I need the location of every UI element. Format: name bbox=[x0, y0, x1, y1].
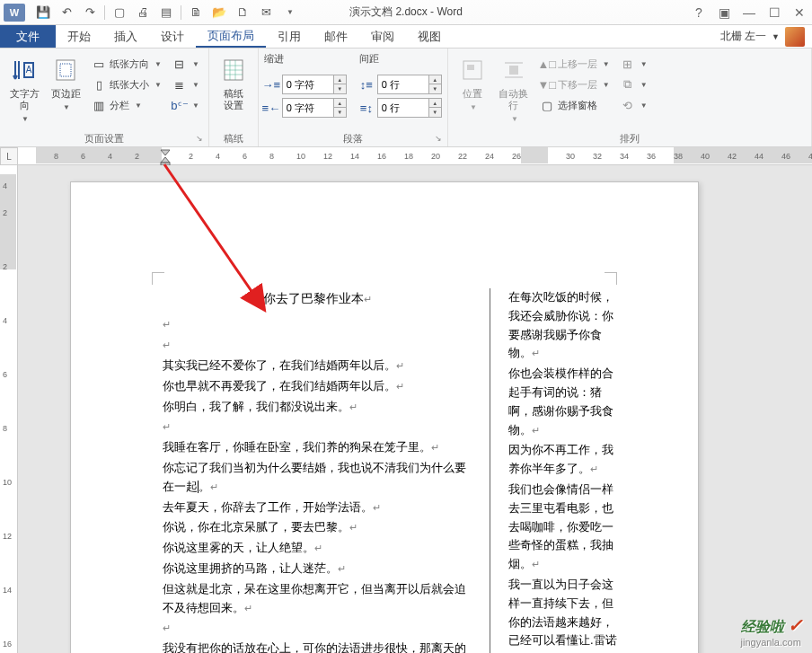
new-button[interactable]: ▢ bbox=[109, 3, 130, 22]
selection-pane-button[interactable]: ▢选择窗格 bbox=[536, 95, 613, 115]
close-button[interactable]: ✕ bbox=[787, 3, 812, 22]
bring-forward-button: ▲□上移一层▼ bbox=[536, 54, 613, 74]
title-bar: W 💾 ↶ ↷ ▢ 🖨 ▤ 🗎 📂 🗋 ✉ ▼ 演示文档 2.docx - Wo… bbox=[0, 0, 812, 25]
ruler-mark: 10 bbox=[296, 147, 305, 164]
breaks-button[interactable]: ⊟▼ bbox=[169, 54, 203, 74]
text-direction-button[interactable]: A 文字方向 ▼ bbox=[5, 52, 43, 130]
maximize-button[interactable]: ☐ bbox=[762, 3, 787, 22]
indent-left-icon: →≡ bbox=[264, 77, 278, 92]
group-icon: ⧉ bbox=[621, 77, 635, 92]
paragraph[interactable]: 你说，你在北京呆腻了，要去巴黎。↵ bbox=[163, 518, 472, 537]
page-setup-launcher[interactable]: ↘ bbox=[196, 134, 207, 145]
paragraph[interactable]: 我睡在客厅，你睡在卧室，我们养的狗呆在笼子里。↵ bbox=[163, 438, 472, 457]
document-title[interactable]: 你去了巴黎作业本↵ bbox=[163, 288, 472, 308]
document-viewport[interactable]: 你去了巴黎作业本↵↵↵其实我已经不爱你了，在我们结婚两年以后。↵你也早就不再爱我… bbox=[18, 165, 812, 653]
user-name[interactable]: 北栅 左一 bbox=[720, 29, 766, 44]
save-button[interactable]: 💾 bbox=[32, 3, 54, 22]
paragraph[interactable]: ↵ bbox=[163, 315, 472, 334]
margins-button[interactable]: 页边距 ▼ bbox=[47, 52, 84, 130]
doc-button[interactable]: 🗋 bbox=[232, 3, 253, 22]
qat-customize-button[interactable]: ▼ bbox=[278, 3, 300, 22]
open-button[interactable]: 📂 bbox=[208, 3, 230, 22]
spin-up[interactable]: ▲ bbox=[333, 75, 346, 84]
tab-insert[interactable]: 插入 bbox=[102, 25, 149, 48]
tab-file[interactable]: 文件 bbox=[0, 25, 56, 48]
page-content[interactable]: 你去了巴黎作业本↵↵↵其实我已经不爱你了，在我们结婚两年以后。↵你也早就不再爱我… bbox=[163, 288, 617, 653]
paragraph[interactable]: ↵ bbox=[163, 336, 472, 355]
print-preview-button[interactable]: 🗎 bbox=[185, 3, 207, 22]
ruler-mark: 6 bbox=[81, 147, 85, 164]
ribbon-tabs: 文件 开始 插入 设计 页面布局 引用 邮件 审阅 视图 北栅 左一 ▼ bbox=[0, 25, 812, 49]
vertical-ruler[interactable]: 42246810121416 bbox=[0, 165, 18, 653]
tab-view[interactable]: 视图 bbox=[406, 25, 453, 48]
ribbon-options-button[interactable]: ▣ bbox=[711, 3, 737, 22]
spin-up[interactable]: ▲ bbox=[333, 99, 346, 108]
paragraph[interactable]: 但这就是北京，呆在这里你想离开它，但当离开以后就会迫不及待想回来。↵ bbox=[163, 580, 472, 618]
send-backward-button: ▼□下移一层▼ bbox=[536, 75, 613, 94]
user-avatar[interactable] bbox=[785, 27, 805, 47]
tab-design[interactable]: 设计 bbox=[149, 25, 196, 48]
svg-marker-14 bbox=[161, 150, 170, 155]
left-indent-marker[interactable] bbox=[160, 156, 171, 165]
hyphenation-button[interactable]: bᶜ⁻▼ bbox=[169, 95, 203, 115]
paragraph[interactable]: 其实我已经不爱你了，在我们结婚两年以后。↵ bbox=[163, 357, 472, 375]
page-size-button[interactable]: ▯ 纸张大小 ▼ bbox=[88, 75, 165, 94]
tab-mail[interactable]: 邮件 bbox=[313, 25, 359, 48]
group-paragraph: 缩进 →≡ ▲▼ ≡← ▲▼ bbox=[259, 49, 448, 146]
tab-review[interactable]: 审阅 bbox=[359, 25, 406, 48]
svg-rect-11 bbox=[509, 66, 518, 75]
minimize-button[interactable]: — bbox=[737, 3, 762, 22]
orientation-button[interactable]: ▭ 纸张方向 ▼ bbox=[88, 54, 165, 74]
columns-button[interactable]: ▥ 分栏 ▼ bbox=[88, 95, 165, 115]
paragraph[interactable]: 你说这里雾的天，让人绝望。↵ bbox=[163, 539, 472, 558]
ruler-mark: 12 bbox=[3, 532, 12, 541]
paragraph-launcher[interactable]: ↘ bbox=[435, 134, 446, 145]
spin-down[interactable]: ▼ bbox=[333, 108, 346, 117]
paragraph[interactable]: 在每次吃饭的时候，我还会威胁你说：你要感谢我赐予你食物。↵ bbox=[508, 288, 617, 363]
spin-down[interactable]: ▼ bbox=[333, 84, 346, 93]
indent-left-input[interactable]: ▲▼ bbox=[282, 75, 347, 94]
paragraph[interactable]: 我没有把你的话放在心上，可你的法语进步很快，那离天的时候↵ bbox=[163, 640, 472, 653]
horizontal-ruler[interactable]: L 86422468101214161820222426303234363840… bbox=[0, 147, 812, 165]
line-numbers-button[interactable]: ≣▼ bbox=[169, 75, 203, 94]
undo-button[interactable]: ↶ bbox=[56, 3, 77, 22]
paragraph[interactable]: ↵ bbox=[163, 619, 472, 638]
paragraph[interactable]: 你也早就不再爱我了，在我们结婚两年以后。↵ bbox=[163, 377, 472, 396]
wrap-text-button: 自动换行 ▼ bbox=[495, 52, 533, 130]
spin-down[interactable]: ▼ bbox=[428, 84, 441, 93]
paragraph[interactable]: 你忘记了我们当初为什么要结婚，我也说不清我们为什么要在一起。↵ bbox=[163, 459, 472, 497]
paragraph[interactable]: ↵ bbox=[163, 418, 472, 437]
paragraph[interactable]: 去年夏天，你辞去了工作，开始学法语。↵ bbox=[163, 499, 472, 517]
ruler-mark: 16 bbox=[3, 640, 12, 649]
indent-right-input[interactable]: ▲▼ bbox=[282, 98, 347, 118]
mail-button[interactable]: ✉ bbox=[255, 3, 277, 22]
draft-settings-button[interactable]: 稿纸 设置 bbox=[215, 52, 252, 130]
tab-home[interactable]: 开始 bbox=[56, 25, 102, 48]
paragraph[interactable]: 我一直以为日子会这样一直持续下去，但你的法语越来越好，已经可以看懂让.雷诺的电影… bbox=[508, 576, 617, 653]
paragraph[interactable]: 你明白，我了解，我们都没说出来。↵ bbox=[163, 398, 472, 417]
spin-up[interactable]: ▲ bbox=[428, 75, 441, 84]
paragraph[interactable]: 你说这里拥挤的马路，让人迷茫。↵ bbox=[163, 560, 472, 578]
paragraph[interactable]: 因为你不再工作，我养你半年多了。↵ bbox=[508, 441, 617, 479]
column-separator bbox=[490, 288, 490, 653]
tab-references[interactable]: 引用 bbox=[266, 25, 313, 48]
ruler-mark: 14 bbox=[350, 147, 359, 164]
save2-button[interactable]: ▤ bbox=[155, 3, 177, 22]
ruler-mark: 48 bbox=[808, 147, 812, 164]
spin-down[interactable]: ▼ bbox=[428, 108, 441, 117]
ruler-mark: 30 bbox=[566, 147, 575, 164]
tab-selector[interactable]: L bbox=[0, 147, 18, 165]
space-before-icon: ↕≡ bbox=[359, 77, 374, 92]
redo-button[interactable]: ↷ bbox=[79, 3, 101, 22]
paragraph[interactable]: 你也会装模作样的合起手有词的说：猪啊，感谢你赐予我食物。↵ bbox=[508, 365, 617, 439]
space-after-input[interactable]: ▲▼ bbox=[377, 98, 442, 118]
help-button[interactable]: ? bbox=[686, 3, 711, 22]
ribbon: A 文字方向 ▼ 页边距 ▼ ▭ 纸张方向 ▼ ▯ bbox=[0, 49, 812, 147]
tab-page-layout[interactable]: 页面布局 bbox=[196, 25, 266, 48]
spin-up[interactable]: ▲ bbox=[428, 99, 441, 108]
print-button[interactable]: 🖨 bbox=[132, 3, 154, 22]
paragraph[interactable]: 我们也会像情侣一样去三里屯看电影，也去喝咖啡，你爱吃一些奇怪的蛋糕，我抽烟。↵ bbox=[508, 481, 617, 574]
group-label-arrange: 排列 bbox=[454, 130, 806, 146]
ruler-mark: 2 bbox=[135, 147, 139, 164]
space-before-input[interactable]: ▲▼ bbox=[377, 75, 442, 94]
